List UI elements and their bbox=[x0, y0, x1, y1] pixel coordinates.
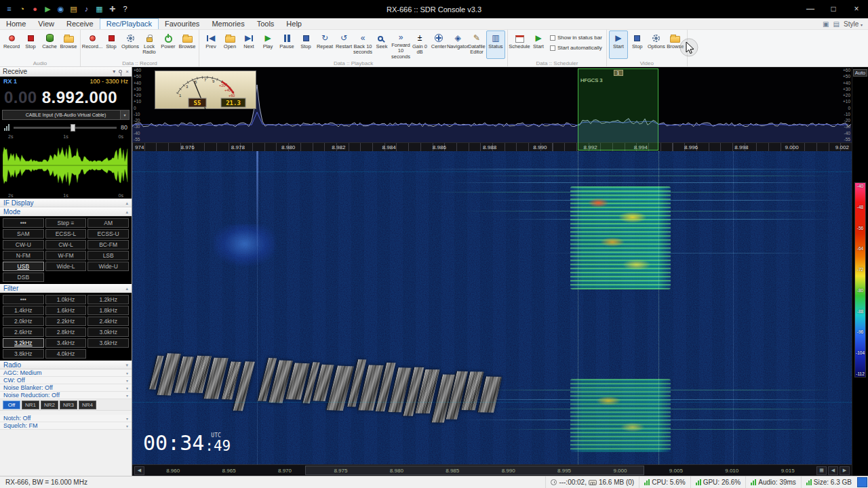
audio-cache-button[interactable]: Cache bbox=[40, 30, 59, 59]
filter-button[interactable]: ••• bbox=[3, 295, 44, 304]
if-display-header[interactable]: IF Display▴ bbox=[0, 199, 132, 207]
resize-grip[interactable] bbox=[857, 477, 867, 487]
play-icon[interactable]: ▶ bbox=[43, 4, 53, 14]
filter-button[interactable]: 3.6kHz bbox=[87, 338, 129, 348]
power-button[interactable]: Power bbox=[159, 30, 178, 59]
pan-left-button[interactable]: ◀ bbox=[828, 466, 838, 475]
help-icon[interactable]: ? bbox=[120, 4, 130, 14]
audio-record-button[interactable]: Record bbox=[2, 30, 21, 59]
volume-slider[interactable] bbox=[14, 127, 117, 129]
filter-button[interactable]: 3.4kHz bbox=[45, 338, 87, 348]
video-browse-button[interactable]: Browse bbox=[666, 30, 685, 59]
mode-button[interactable]: ECSS-U bbox=[87, 229, 129, 239]
layout-icon[interactable]: ▣ bbox=[823, 20, 829, 28]
radio-header[interactable]: Radio▾ bbox=[0, 361, 132, 369]
menu-tab[interactable]: Memories bbox=[205, 18, 250, 29]
noise-blanker-row[interactable]: Noise Blanker: Off▾ bbox=[0, 384, 132, 392]
noise-reduction-button[interactable]: NR3 bbox=[60, 401, 77, 409]
mode-button[interactable]: AM bbox=[87, 218, 129, 228]
frequency-display[interactable]: 0.00 8.992.000 bbox=[0, 86, 132, 108]
show-in-status-bar-checkbox[interactable]: Show in status bar bbox=[550, 34, 602, 41]
noise-reduction-row[interactable]: Noise Reduction: Off▾ bbox=[0, 392, 132, 399]
noise-reduction-button[interactable]: NR1 bbox=[22, 401, 39, 409]
selection-badge[interactable]: 1 bbox=[614, 70, 623, 76]
folder-icon[interactable]: ▤ bbox=[68, 4, 79, 14]
cw-row[interactable]: CW: Off▾ bbox=[0, 377, 132, 384]
grid-icon[interactable]: ▦ bbox=[94, 4, 104, 14]
filter-button[interactable]: 2.4kHz bbox=[87, 317, 129, 326]
filter-header[interactable]: Filter▴ bbox=[0, 284, 132, 293]
playback-forward10-button[interactable]: »Forward 10 seconds bbox=[391, 30, 410, 59]
audio-icon[interactable]: ♪ bbox=[81, 4, 92, 14]
close-panel-icon[interactable]: × bbox=[125, 68, 129, 75]
mode-header[interactable]: Mode▴ bbox=[0, 207, 132, 216]
mode-button[interactable]: DSB bbox=[3, 272, 44, 282]
noise-reduction-button[interactable]: Off bbox=[3, 401, 20, 409]
menu-tab[interactable]: View bbox=[32, 18, 60, 29]
mode-button[interactable]: SAM bbox=[3, 229, 44, 239]
data-record-stop-button[interactable]: Stop bbox=[102, 30, 121, 59]
start-automatically-checkbox[interactable]: Start automatically bbox=[550, 44, 602, 52]
datafile-editor-button[interactable]: ✎Datafile Editor bbox=[467, 30, 486, 59]
filter-button[interactable]: 2.0kHz bbox=[3, 317, 44, 326]
data-record-browse-button[interactable]: Browse bbox=[178, 30, 197, 59]
mode-button[interactable]: CW-U bbox=[3, 240, 44, 249]
noise-reduction-button[interactable]: NR2 bbox=[41, 401, 58, 409]
minimize-button[interactable]: — bbox=[799, 0, 822, 18]
playback-seek-button[interactable]: Seek bbox=[372, 30, 391, 59]
pan-left-button[interactable]: ◀ bbox=[134, 466, 144, 475]
filter-button[interactable]: 1.8kHz bbox=[87, 306, 129, 315]
filter-button[interactable]: 3.2kHz bbox=[3, 338, 44, 348]
filter-button[interactable]: 2.2kHz bbox=[45, 317, 87, 326]
video-start-button[interactable]: ▶Start bbox=[609, 30, 628, 59]
volume-slider-thumb[interactable] bbox=[71, 124, 75, 131]
spectrum-display[interactable]: +60+50+40+30+20+100-10-20-30-40-55 +60+5… bbox=[132, 67, 852, 142]
notch-row[interactable]: Notch: Off▾ bbox=[0, 415, 132, 422]
audio-stop-button[interactable]: Stop bbox=[21, 30, 40, 59]
menu-tab[interactable]: Favourites bbox=[159, 18, 205, 29]
windows-icon[interactable]: ▤ bbox=[833, 20, 840, 28]
noise-reduction-button[interactable]: NR4 bbox=[79, 401, 96, 409]
mode-button[interactable]: W-FM bbox=[45, 251, 87, 260]
filter-button[interactable]: 1.6kHz bbox=[45, 306, 87, 315]
pin-icon[interactable] bbox=[119, 70, 122, 73]
filter-button[interactable]: 3.8kHz bbox=[3, 349, 44, 359]
grid-view-button[interactable]: ▦ bbox=[816, 466, 827, 475]
mode-button[interactable]: N-FM bbox=[3, 251, 44, 260]
mode-button[interactable]: Step ≡ bbox=[45, 218, 87, 228]
filter-button[interactable]: 1.4kHz bbox=[3, 306, 44, 315]
playback-status-button[interactable]: ▥Status bbox=[486, 30, 505, 59]
playback-restart-button[interactable]: ↺Restart bbox=[334, 30, 353, 59]
maximize-button[interactable]: □ bbox=[822, 0, 845, 18]
playback-prev-button[interactable]: ◀Prev bbox=[201, 30, 220, 59]
playback-play-button[interactable]: ▶Play bbox=[258, 30, 277, 59]
schedule-button[interactable]: Schedule bbox=[510, 30, 529, 59]
app-menu-icon[interactable]: ≡ bbox=[4, 4, 14, 14]
playback-back10-button[interactable]: «Back 10 seconds bbox=[353, 30, 372, 59]
menu-tab[interactable]: Receive bbox=[60, 18, 100, 29]
clock-icon[interactable]: ◔ bbox=[17, 4, 27, 14]
menu-tab[interactable]: Rec/Playback bbox=[100, 18, 159, 29]
scheduler-start-button[interactable]: ▶Start bbox=[529, 30, 548, 59]
tools-icon[interactable]: ✚ bbox=[107, 4, 117, 14]
frequency-selection-hfgcs[interactable]: 1 HFGCS 3 bbox=[578, 68, 658, 150]
chevron-down-icon[interactable]: ▾ bbox=[113, 68, 115, 75]
playback-navigator-button[interactable]: ◈Navigator bbox=[448, 30, 467, 59]
mode-button[interactable]: ••• bbox=[3, 218, 44, 228]
lock-radio-button[interactable]: Lock Radio bbox=[140, 30, 159, 59]
filter-button[interactable]: 4.0kHz bbox=[45, 349, 87, 359]
squelch-row[interactable]: Squelch: FM▾ bbox=[0, 422, 132, 430]
menu-tab[interactable]: Home bbox=[0, 18, 32, 29]
filter-button[interactable]: 3.0kHz bbox=[87, 327, 129, 337]
data-record-button[interactable]: Record... bbox=[83, 30, 102, 59]
pan-right-button[interactable]: ▶ bbox=[840, 466, 850, 475]
close-button[interactable]: × bbox=[845, 0, 868, 18]
mode-button[interactable]: ECSS-L bbox=[45, 229, 87, 239]
audio-browse-button[interactable]: Browse bbox=[59, 30, 78, 59]
audio-device-select[interactable]: CABLE Input (VB-Audio Virtual Cable) ▾ bbox=[2, 110, 130, 120]
record-icon[interactable]: ● bbox=[30, 4, 40, 14]
mode-button[interactable]: USB bbox=[3, 262, 44, 271]
mode-button[interactable]: BC-FM bbox=[87, 240, 129, 249]
video-options-button[interactable]: Options bbox=[647, 30, 666, 59]
filter-button[interactable]: 2.8kHz bbox=[45, 327, 87, 337]
